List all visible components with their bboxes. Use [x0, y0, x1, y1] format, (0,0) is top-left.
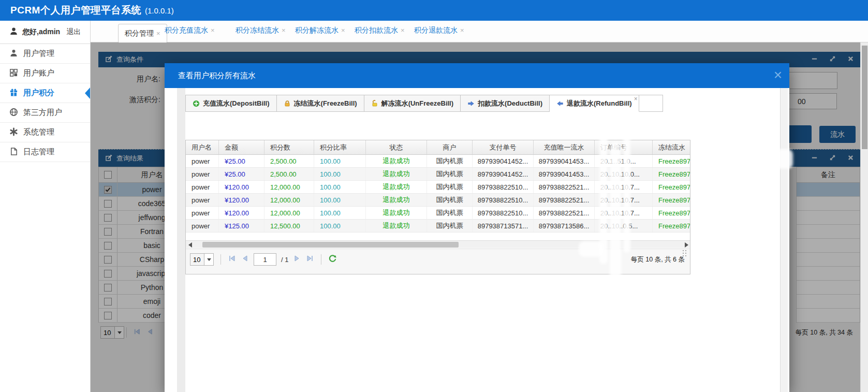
next-page-icon[interactable]	[293, 254, 301, 265]
column-header: 积分数	[264, 140, 314, 154]
modal-close-icon[interactable]: ×	[774, 66, 782, 84]
tab-积分解冻流水[interactable]: 积分解冻流水×	[295, 26, 345, 35]
cell: 2,500.00	[264, 168, 314, 180]
modal-left-strip	[177, 88, 185, 392]
prev-page-icon[interactable]	[241, 254, 249, 265]
cell: 100.00	[314, 168, 366, 180]
sidebar-item-2[interactable]: 用户账户	[0, 64, 90, 83]
bill-tab-label: 解冻流水(UnFreezeBill)	[381, 99, 453, 108]
globe-icon	[9, 108, 18, 118]
cell: 国内机票	[427, 220, 473, 232]
close-tab-icon[interactable]: ×	[282, 26, 286, 34]
cell: 897939041453...	[534, 168, 595, 180]
app-window: PCRM个人用户管理平台系统 (1.0.0.1) 您好,admin 退出 用户管…	[0, 0, 868, 392]
cell: 国内机票	[427, 207, 473, 219]
sidebar-item-label: 第三方用户	[23, 108, 62, 118]
bill-tab-5[interactable]: 退款流水(RefundBill)×	[550, 95, 639, 112]
grid-page-size-select[interactable]: 10	[190, 253, 214, 266]
cell: 897938713586...	[534, 220, 595, 232]
cell: power	[186, 181, 219, 193]
refresh-icon[interactable]	[328, 254, 337, 265]
user-icon	[9, 49, 18, 59]
bill-tab-1[interactable]: 充值流水(DepositBill)	[185, 95, 277, 112]
page-scrollbar-thumb[interactable]	[862, 46, 867, 149]
last-page-icon[interactable]	[306, 254, 314, 265]
cell: 退款成功	[366, 155, 427, 167]
cell: 897938713571...	[473, 220, 534, 232]
close-tab-icon[interactable]: ×	[211, 26, 215, 34]
bill-tab-3[interactable]: 解冻流水(UnFreezeBill)	[364, 95, 461, 112]
modal-body: 充值流水(DepositBill)冻结流水(FreezeBill)解冻流水(Un…	[165, 88, 789, 392]
first-page-icon[interactable]	[228, 254, 236, 265]
log-icon	[9, 147, 18, 157]
main-tab-label: 积分扣款流水	[355, 26, 398, 34]
close-tab-icon[interactable]: ×	[460, 26, 464, 34]
tab-积分扣款流水[interactable]: 积分扣款流水×	[355, 26, 405, 35]
cell: 国内机票	[427, 181, 473, 193]
cell: 国内机票	[427, 194, 473, 206]
cell: power	[186, 194, 219, 206]
sidebar-item-6[interactable]: 日志管理	[0, 142, 90, 162]
resize-handle[interactable]	[683, 250, 689, 259]
cell: 100.00	[314, 155, 366, 167]
cell: 100.00	[314, 207, 366, 219]
cell: 897938822521...	[534, 207, 595, 219]
page-number-input[interactable]: 1	[254, 253, 276, 266]
deposit-plus-icon	[193, 100, 200, 107]
tab-积分退款流水[interactable]: 积分退款流水×	[414, 26, 464, 35]
cell: 100.00	[314, 194, 366, 206]
cell: 100.00	[314, 220, 366, 232]
column-header: 冻结流水	[653, 140, 690, 154]
cell: ¥120.00	[219, 207, 264, 219]
sidebar-item-3[interactable]: 用户积分	[0, 83, 90, 103]
bill-tab-4[interactable]: 扣款流水(DeductBill)	[461, 95, 550, 112]
close-tab-icon[interactable]: ×	[634, 95, 638, 103]
accounts-icon	[9, 68, 18, 79]
main-tab-label: 积分退款流水	[414, 26, 458, 34]
main-tab-label: 积分解冻流水	[295, 26, 339, 34]
sidebar-item-5[interactable]: 系统管理	[0, 123, 90, 142]
tab-积分冻结流水[interactable]: 积分冻结流水×	[236, 26, 286, 35]
cell: power	[186, 220, 219, 232]
grid-hscrollbar-thumb[interactable]	[202, 242, 459, 248]
arrow-left-icon	[556, 100, 564, 107]
sidebar-item-label: 用户积分	[23, 88, 54, 98]
bill-tab-2[interactable]: 冻结流水(FreezeBill)	[277, 95, 364, 112]
scroll-right-icon[interactable]	[685, 242, 688, 248]
sidebar-item-label: 用户管理	[23, 49, 54, 59]
cell: ¥25.00	[219, 168, 264, 180]
modal-title: 查看用户积分所有流水	[178, 71, 256, 81]
app-version: (1.0.0.1)	[145, 6, 174, 15]
bill-tab-label: 扣款流水(DeductBill)	[478, 99, 542, 108]
bill-tab-label: 退款流水(RefundBill)	[567, 99, 632, 108]
column-header: 支付单号	[473, 140, 534, 154]
close-tab-icon[interactable]: ×	[341, 26, 345, 34]
main-tabbar: 积分管理×积分充值流水×积分冻结流水×积分解冻流水×积分扣款流水×积分退款流水×	[91, 21, 868, 42]
cell: 12,000.00	[264, 207, 314, 219]
cell: 退款成功	[366, 207, 427, 219]
logout-link[interactable]: 退出	[66, 27, 81, 37]
scroll-left-icon[interactable]	[188, 242, 192, 248]
bill-tabs: 充值流水(DepositBill)冻结流水(FreezeBill)解冻流水(Un…	[185, 95, 663, 112]
tab-积分管理[interactable]: 积分管理×	[118, 24, 167, 43]
modal-scrollbar[interactable]	[780, 88, 788, 392]
tab-积分充值流水[interactable]: 积分充值流水×	[165, 26, 215, 35]
gift-icon	[9, 88, 18, 98]
cell: 897939041452...	[473, 168, 534, 180]
cell: 897938822521...	[534, 194, 595, 206]
sidebar-item-4[interactable]: 第三方用户	[0, 103, 90, 123]
user-greeting: 您好,admin	[22, 27, 60, 37]
close-tab-icon[interactable]: ×	[156, 30, 160, 37]
close-tab-icon[interactable]: ×	[401, 26, 405, 34]
watermark-blob	[610, 142, 621, 286]
main-tab-label: 积分管理	[125, 29, 154, 37]
cell: 12,000.00	[264, 194, 314, 206]
active-marker	[85, 88, 90, 99]
cell: 国内机票	[427, 155, 473, 167]
cell: 897939041453...	[534, 155, 595, 167]
column-header: 状态	[366, 140, 427, 154]
column-header: 金额	[219, 140, 264, 154]
page-scrollbar[interactable]	[860, 42, 868, 392]
sidebar-item-1[interactable]: 用户管理	[0, 44, 90, 64]
cell: 897939041452...	[473, 155, 534, 167]
